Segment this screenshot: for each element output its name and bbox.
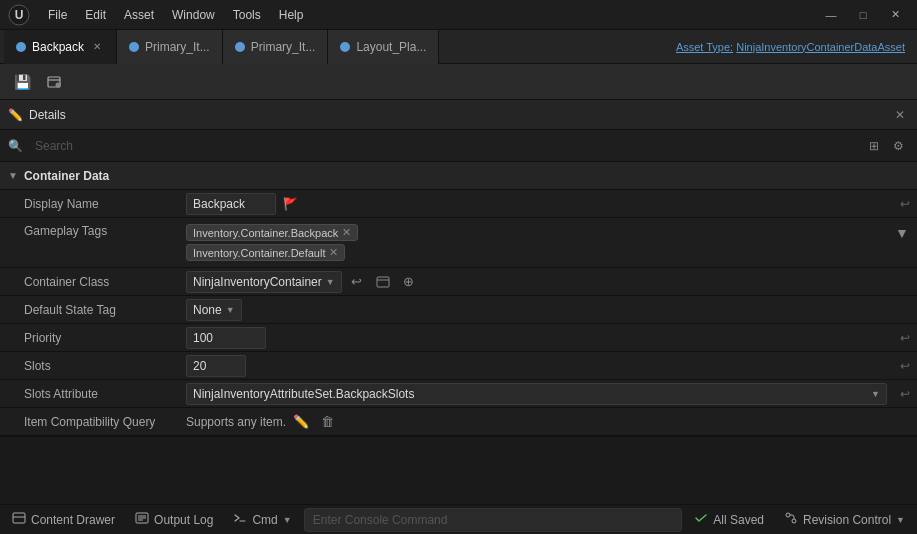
prop-value-container-class: NinjaInventoryContainer ▼ ↩ ⊕: [180, 269, 917, 295]
item-compatibility-delete-button[interactable]: 🗑: [316, 411, 338, 433]
close-button[interactable]: ✕: [881, 5, 909, 25]
tab-dot-primary1: [129, 42, 139, 52]
revision-control-arrow: ▼: [896, 515, 905, 525]
prop-label-slots: Slots: [0, 355, 180, 377]
prop-value-slots-attribute: NinjaInventoryAttributeSet.BackpackSlots…: [180, 381, 893, 407]
prop-value-slots: [180, 353, 893, 379]
prop-label-priority: Priority: [0, 327, 180, 349]
cmd-dropdown-arrow: ▼: [283, 515, 292, 525]
revision-control-button[interactable]: Revision Control ▼: [776, 507, 913, 533]
section-header-container-data[interactable]: ▼ Container Data: [0, 162, 917, 190]
tag-remove-default[interactable]: ✕: [329, 246, 338, 259]
tab-label-primary2: Primary_It...: [251, 40, 316, 54]
content-drawer-label: Content Drawer: [31, 513, 115, 527]
window-controls: — □ ✕: [817, 5, 909, 25]
tag-remove-backpack[interactable]: ✕: [342, 226, 351, 239]
priority-reset-button[interactable]: ↩: [893, 326, 917, 350]
tab-primary1[interactable]: Primary_It...: [117, 30, 223, 64]
container-class-navigate-button[interactable]: ↩: [346, 271, 368, 293]
all-saved-icon: [694, 511, 708, 528]
tab-primary2[interactable]: Primary_It...: [223, 30, 329, 64]
prop-label-slots-attribute: Slots Attribute: [0, 383, 180, 405]
svg-rect-4: [377, 277, 389, 287]
tab-backpack[interactable]: Backpack ✕: [4, 30, 117, 64]
prop-label-display-name: Display Name: [0, 193, 180, 215]
tag-text-backpack: Inventory.Container.Backpack: [193, 227, 338, 239]
tab-dot-layout: [340, 42, 350, 52]
tab-label-layout: Layout_Pla...: [356, 40, 426, 54]
status-bar: Content Drawer Output Log Cmd ▼ All Save…: [0, 504, 917, 534]
menu-window[interactable]: Window: [164, 6, 223, 24]
prop-row-slots-attribute: Slots Attribute NinjaInventoryAttributeS…: [0, 380, 917, 408]
default-state-tag-arrow: ▼: [226, 305, 235, 315]
tab-label-primary1: Primary_It...: [145, 40, 210, 54]
section-toggle-icon: ▼: [8, 170, 18, 181]
search-bar: 🔍 ⊞ ⚙: [0, 130, 917, 162]
details-header: ✏️ Details ✕: [0, 100, 917, 130]
slots-attribute-reset-button[interactable]: ↩: [893, 382, 917, 406]
status-right: All Saved Revision Control ▼: [686, 507, 913, 533]
container-class-dropdown[interactable]: NinjaInventoryContainer ▼: [186, 271, 342, 293]
prop-label-gameplay-tags: Gameplay Tags: [0, 218, 180, 242]
cmd-button[interactable]: Cmd ▼: [225, 507, 299, 533]
container-class-browse-button[interactable]: [372, 271, 394, 293]
minimize-button[interactable]: —: [817, 5, 845, 25]
default-state-tag-dropdown[interactable]: None ▼: [186, 299, 242, 321]
menu-file[interactable]: File: [40, 6, 75, 24]
search-input[interactable]: [29, 137, 857, 155]
slots-attribute-dropdown[interactable]: NinjaInventoryAttributeSet.BackpackSlots…: [186, 383, 887, 405]
menu-asset[interactable]: Asset: [116, 6, 162, 24]
content-drawer-icon: [12, 511, 26, 528]
revision-control-icon: [784, 511, 798, 528]
grid-view-button[interactable]: ⊞: [863, 135, 885, 157]
prop-value-display-name: 🚩: [180, 191, 893, 217]
slots-input[interactable]: [186, 355, 246, 377]
tag-default: Inventory.Container.Default ✕: [186, 244, 345, 261]
item-compatibility-edit-button[interactable]: ✏️: [290, 411, 312, 433]
flag-button[interactable]: 🚩: [280, 194, 300, 214]
container-section: ▼ Container Data Display Name 🚩 ↩ Gamepl…: [0, 162, 917, 436]
display-name-input[interactable]: [186, 193, 276, 215]
display-name-reset-button[interactable]: ↩: [893, 192, 917, 216]
prop-value-item-compatibility: Supports any item. ✏️ 🗑: [180, 409, 917, 435]
slots-reset-button[interactable]: ↩: [893, 354, 917, 378]
tab-bar: Backpack ✕ Primary_It... Primary_It... L…: [0, 30, 917, 64]
console-input[interactable]: [304, 508, 683, 532]
revision-control-label: Revision Control: [803, 513, 891, 527]
tab-layout[interactable]: Layout_Pla...: [328, 30, 439, 64]
menu-edit[interactable]: Edit: [77, 6, 114, 24]
details-title: Details: [29, 108, 66, 122]
container-class-add-button[interactable]: ⊕: [398, 271, 420, 293]
priority-input[interactable]: [186, 327, 266, 349]
content-drawer-button[interactable]: Content Drawer: [4, 507, 123, 533]
save-button[interactable]: 💾: [8, 68, 36, 96]
svg-text:U: U: [15, 8, 24, 22]
output-log-label: Output Log: [154, 513, 213, 527]
menu-bar: File Edit Asset Window Tools Help: [40, 6, 817, 24]
slots-attribute-value: NinjaInventoryAttributeSet.BackpackSlots: [193, 387, 867, 401]
app-logo: U: [8, 4, 30, 26]
all-saved-label: All Saved: [713, 513, 764, 527]
prop-row-container-class: Container Class NinjaInventoryContainer …: [0, 268, 917, 296]
asset-type-info: Asset Type: NinjaInventoryContainerDataA…: [676, 41, 917, 53]
tab-dot-backpack: [16, 42, 26, 52]
default-state-tag-value: None: [193, 303, 222, 317]
all-saved-button[interactable]: All Saved: [686, 507, 772, 533]
tab-close-backpack[interactable]: ✕: [90, 40, 104, 54]
details-close-button[interactable]: ✕: [891, 106, 909, 124]
svg-point-8: [792, 519, 796, 523]
menu-tools[interactable]: Tools: [225, 6, 269, 24]
tag-add-button[interactable]: ▼: [893, 224, 911, 242]
prop-label-default-state-tag: Default State Tag: [0, 299, 180, 321]
cmd-icon: [233, 511, 247, 528]
menu-help[interactable]: Help: [271, 6, 312, 24]
settings-button[interactable]: ⚙: [887, 135, 909, 157]
prop-label-container-class: Container Class: [0, 271, 180, 293]
svg-rect-5: [13, 513, 25, 523]
output-log-button[interactable]: Output Log: [127, 507, 221, 533]
prop-row-priority: Priority ↩: [0, 324, 917, 352]
toolbar: 💾: [0, 64, 917, 100]
browse-button[interactable]: [40, 68, 68, 96]
maximize-button[interactable]: □: [849, 5, 877, 25]
asset-type-link[interactable]: NinjaInventoryContainerDataAsset: [736, 41, 905, 53]
